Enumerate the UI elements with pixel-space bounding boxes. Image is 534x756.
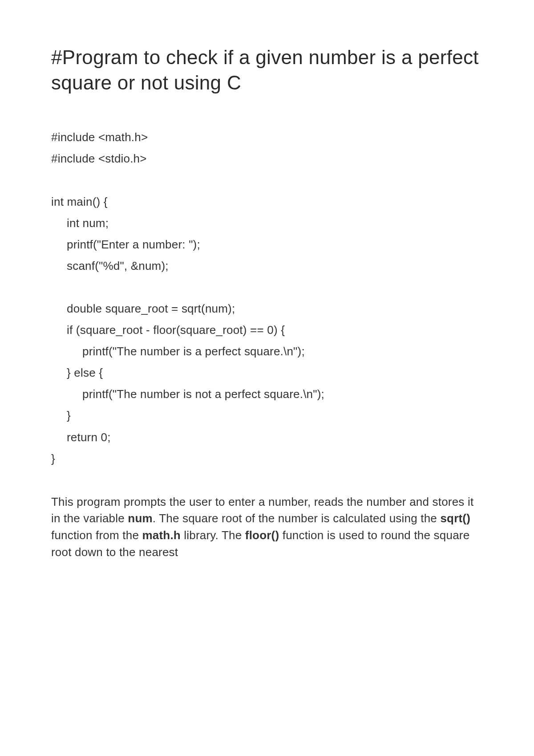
- code-line: double square_root = sqrt(num);: [51, 298, 483, 319]
- page-title: #Program to check if a given number is a…: [51, 45, 483, 95]
- code-line: return 0;: [51, 427, 483, 448]
- description-text: function from the: [51, 528, 142, 542]
- code-line: printf("The number is a perfect square.\…: [51, 341, 483, 362]
- code-line: } else {: [51, 362, 483, 383]
- code-block: #include <math.h> #include <stdio.h> int…: [51, 126, 483, 469]
- description-text: library. The: [181, 528, 245, 542]
- description-bold: math.h: [142, 528, 180, 542]
- code-line: #include <math.h>: [51, 126, 483, 148]
- description-bold: sqrt(): [440, 512, 470, 525]
- code-line: #include <stdio.h>: [51, 148, 483, 169]
- blank-line: [51, 276, 483, 298]
- code-line: printf("The number is not a perfect squa…: [51, 383, 483, 405]
- code-line: int num;: [51, 212, 483, 234]
- description-bold: floor(): [245, 528, 279, 542]
- blank-line: [51, 170, 483, 191]
- code-line: if (square_root - floor(square_root) == …: [51, 319, 483, 341]
- code-line: }: [51, 448, 483, 469]
- code-line: scanf("%d", &num);: [51, 255, 483, 276]
- description-paragraph: This program prompts the user to enter a…: [51, 494, 483, 561]
- code-line: }: [51, 405, 483, 426]
- code-line: int main() {: [51, 191, 483, 212]
- code-line: printf("Enter a number: ");: [51, 234, 483, 255]
- description-bold: num: [128, 512, 152, 525]
- description-text: . The square root of the number is calcu…: [153, 512, 441, 525]
